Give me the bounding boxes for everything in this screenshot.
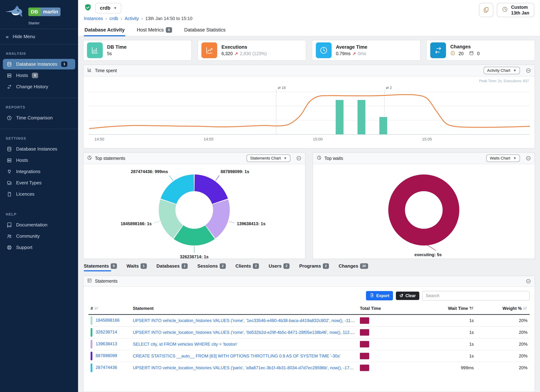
instance-selector[interactable]: crdb ▼ — [95, 3, 121, 13]
column-header-wait-time[interactable]: Wait Time — [411, 303, 476, 314]
statement-id-cell: 1845898166 — [88, 314, 131, 327]
wait-time-cell: 1s — [411, 350, 476, 362]
sidebar-heading: HELP — [6, 212, 72, 216]
metric-delta: 0ms — [358, 51, 366, 56]
metric-title: DB Time — [107, 45, 127, 50]
total-time-cell — [358, 362, 411, 374]
statement-link[interactable]: SELECT city, id FROM vehicles WHERE city… — [133, 342, 237, 347]
sidebar-item-time-comparison[interactable]: Time Comparison — [3, 113, 75, 123]
collapse-icon[interactable] — [526, 156, 531, 161]
total-time-cell — [358, 350, 411, 362]
sidebar-item-integrations[interactable]: Integrations — [3, 166, 75, 177]
statement-id-link[interactable]: 1845898166 — [96, 318, 120, 323]
chevron-down-icon: ▼ — [284, 156, 287, 160]
statement-link[interactable]: UPSERT INTO vehicle_location_histories V… — [133, 318, 358, 323]
sidebar-heading: REPORTS — [6, 105, 72, 109]
column-header--[interactable]: # — [88, 303, 131, 314]
info-icon — [450, 51, 455, 57]
waits-chart-dropdown[interactable]: Waits Chart▼ — [486, 154, 520, 162]
breadcrumb-separator: › — [141, 16, 143, 21]
detail-tab-sessions[interactable]: Sessions2 — [197, 263, 226, 272]
metric-delta: 2,830 (123%) — [240, 51, 267, 56]
metric-value: 0.79ms — [336, 51, 350, 56]
sidebar-section-help: HELPDocumentationCommunitySupport — [0, 205, 78, 258]
svg-text:Peak Time: 2s, Executions: 837: Peak Time: 2s, Executions: 837 — [479, 79, 529, 83]
database-icon — [6, 146, 12, 152]
svg-text:287474436: 999ms: 287474436: 999ms — [131, 169, 168, 174]
time-spent-chart[interactable]: 14:5014:5515:0015:05⇄ 18⇄ 2Peak Time: 2s… — [83, 76, 535, 148]
waits-donut-chart[interactable]: executing: 5s — [313, 164, 535, 259]
tab-host-metrics[interactable]: Host Metrics0 — [136, 25, 173, 36]
column-header-weight-[interactable]: Weight % — [476, 303, 530, 314]
sidebar-item-support[interactable]: Support — [3, 242, 75, 253]
sidebar-item-label: Licences — [16, 191, 35, 197]
sidebar-item-community[interactable]: Community — [3, 231, 75, 242]
sidebar-item-documentation[interactable]: Documentation — [3, 220, 75, 230]
sidebar-item-label: Database Instances — [16, 61, 57, 67]
brand-marlin: marlin — [40, 8, 60, 16]
metric-card-changes: Changes200 — [426, 40, 535, 61]
sidebar-item-hosts[interactable]: Hosts0 — [3, 70, 75, 81]
sidebar-item-label: Hosts — [16, 73, 28, 78]
activity-chart-dropdown[interactable]: Activity Chart▼ — [484, 67, 520, 74]
detail-tab-statements[interactable]: Statements5 — [84, 263, 117, 272]
breadcrumb-instances[interactable]: Instances — [84, 16, 103, 21]
copy-link-button[interactable] — [479, 3, 493, 17]
detail-tab-waits[interactable]: Waits1 — [127, 263, 147, 272]
column-header-statement[interactable]: Statement — [131, 303, 358, 314]
collapse-icon[interactable] — [526, 278, 531, 284]
table-icon — [87, 278, 92, 284]
export-button[interactable]: Export — [366, 291, 393, 300]
sidebar-item-label: Community — [16, 233, 40, 239]
statements-donut-chart[interactable]: 887898099: 1s139638413: 1s326238714: 1s1… — [83, 164, 305, 259]
statements-chart-dropdown[interactable]: Statements Chart▼ — [246, 154, 290, 162]
sidebar-section-settings: SETTINGSDatabase InstancesHostsIntegrati… — [0, 129, 78, 205]
time-range-button[interactable]: Custom 13th Jan — [497, 3, 534, 17]
table-row: 887898099CREATE STATISTICS __auto__ FROM… — [88, 350, 530, 362]
detail-tab-databases[interactable]: Databases1 — [156, 263, 188, 272]
content-area: DB Time5sExecutions6,320↗2,830 (123%)Ave… — [78, 36, 540, 392]
sidebar-heading: SETTINGS — [6, 136, 72, 140]
column-header-total-time[interactable]: Total Time — [358, 303, 411, 314]
total-time-bar — [360, 353, 369, 359]
detail-tab-badge: 2 — [323, 263, 329, 269]
detail-tab-badge: 1 — [140, 263, 147, 269]
tab-database-statistics[interactable]: Database Statistics — [184, 25, 226, 36]
search-input[interactable] — [422, 291, 530, 301]
total-time-cell — [358, 338, 411, 350]
statement-link[interactable]: UPSERT INTO vehicle_location_histories V… — [133, 365, 358, 370]
brand-db: DB — [28, 8, 40, 16]
breadcrumb-activity[interactable]: Activity — [125, 16, 139, 21]
book-icon — [6, 222, 12, 228]
breadcrumb-13th-jan-14-50-to-15-10: 13th Jan 14:50 to 15:10 — [145, 16, 192, 21]
sidebar-item-event-types[interactable]: Event Types — [3, 178, 75, 188]
collapse-icon[interactable] — [296, 156, 301, 161]
statement-id-link[interactable]: 139638413 — [96, 341, 117, 346]
sidebar-item-badge: 0 — [32, 73, 38, 78]
breadcrumb: Instances›crdb›Activity›13th Jan 14:50 t… — [84, 16, 192, 21]
hide-menu-button[interactable]: « Hide Menu — [0, 29, 78, 44]
undo-icon: ↺ — [400, 293, 403, 298]
detail-tab-programs[interactable]: Programs2 — [299, 263, 329, 272]
detail-tab-users[interactable]: Users2 — [269, 263, 290, 272]
sidebar-item-database-instances[interactable]: Database Instances — [3, 144, 75, 154]
statement-link[interactable]: CREATE STATISTICS __auto__ FROM [63] WIT… — [133, 353, 340, 358]
statement-link[interactable]: UPSERT INTO vehicle_location_histories V… — [133, 330, 358, 335]
chevrons-left-icon: « — [6, 34, 9, 39]
svg-text:887898099: 1s: 887898099: 1s — [220, 169, 249, 174]
sidebar-item-database-instances[interactable]: Database Instances1 — [3, 59, 75, 69]
detail-tab-badge: 2 — [283, 263, 290, 269]
statement-id-link[interactable]: 326238714 — [96, 330, 117, 334]
collapse-icon[interactable] — [526, 68, 531, 73]
table-row: 1845898166UPSERT INTO vehicle_location_h… — [88, 314, 530, 327]
detail-tab-changes[interactable]: Changes20 — [339, 263, 368, 272]
tab-database-activity[interactable]: Database Activity — [84, 25, 125, 36]
clear-button[interactable]: ↺ Clear — [396, 292, 419, 300]
breadcrumb-crdb[interactable]: crdb — [109, 16, 118, 21]
statement-id-link[interactable]: 287474436 — [96, 365, 117, 370]
statement-id-link[interactable]: 887898099 — [96, 353, 117, 358]
sidebar-item-hosts[interactable]: Hosts — [3, 155, 75, 166]
sidebar-item-change-history[interactable]: Change History — [3, 81, 75, 92]
sidebar-item-licences[interactable]: Licences — [3, 189, 75, 199]
detail-tab-clients[interactable]: Clients2 — [235, 263, 259, 272]
